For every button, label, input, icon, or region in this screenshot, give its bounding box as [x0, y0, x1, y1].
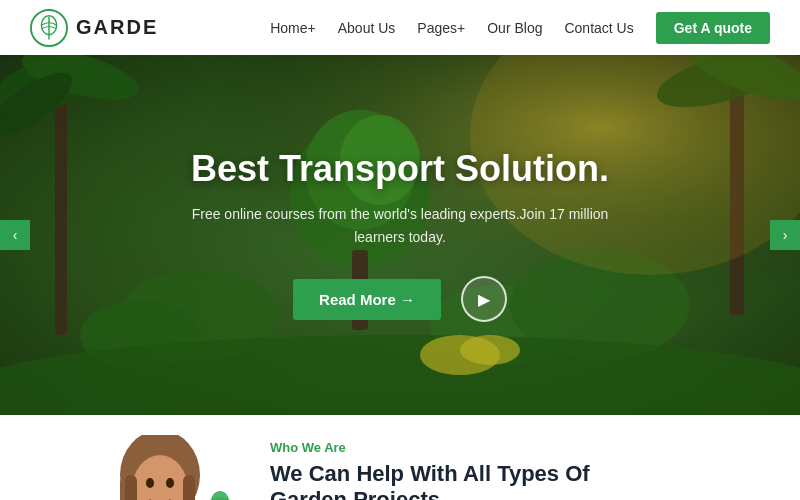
- get-quote-button[interactable]: Get A quote: [656, 12, 770, 44]
- leaves-decoration: [25, 495, 105, 500]
- bottom-section: Who We Are We Can Help With All Types Of…: [0, 415, 800, 500]
- nav-pages[interactable]: Pages+: [417, 20, 465, 36]
- plant-decoration: [190, 475, 250, 500]
- chevron-right-icon: ›: [783, 227, 788, 243]
- hero-subtitle: Free online courses from the world's lea…: [120, 203, 680, 248]
- who-title: We Can Help With All Types OfGarden Proj…: [270, 461, 770, 500]
- read-more-button[interactable]: Read More →: [293, 279, 441, 320]
- navigation: Home+ About Us Pages+ Our Blog Contact U…: [270, 12, 770, 44]
- play-video-button[interactable]: ▶: [461, 276, 507, 322]
- who-we-are-label: Who We Are: [270, 440, 770, 455]
- svg-rect-35: [125, 475, 137, 500]
- nav-about[interactable]: About Us: [338, 20, 396, 36]
- nav-home[interactable]: Home+: [270, 20, 316, 36]
- read-more-label: Read More →: [319, 291, 415, 308]
- slider-prev-button[interactable]: ‹: [0, 220, 30, 250]
- bottom-text: Who We Are We Can Help With All Types Of…: [270, 435, 770, 500]
- hero-content: Best Transport Solution. Free online cou…: [120, 148, 680, 322]
- svg-point-42: [210, 491, 230, 500]
- nav-contact[interactable]: Contact Us: [564, 20, 633, 36]
- svg-point-31: [146, 478, 154, 488]
- logo[interactable]: GARDE: [30, 9, 158, 47]
- header: GARDE Home+ About Us Pages+ Our Blog Con…: [0, 0, 800, 55]
- hero-title: Best Transport Solution.: [120, 148, 680, 189]
- play-icon: ▶: [478, 290, 490, 309]
- bottom-left: [30, 435, 250, 500]
- logo-icon: [30, 9, 68, 47]
- svg-point-32: [166, 478, 174, 488]
- logo-text: GARDE: [76, 16, 158, 39]
- slider-next-button[interactable]: ›: [770, 220, 800, 250]
- chevron-left-icon: ‹: [13, 227, 18, 243]
- svg-point-22: [460, 335, 520, 365]
- nav-blog[interactable]: Our Blog: [487, 20, 542, 36]
- hero-section: ‹ Best Transport Solution. Free online c…: [0, 55, 800, 415]
- hero-actions: Read More → ▶: [120, 276, 680, 322]
